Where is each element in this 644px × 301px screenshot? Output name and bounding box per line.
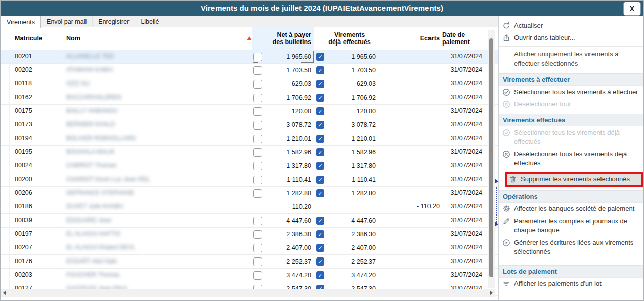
table-row[interactable]: 00195 BOUHALA MALIK 1 582.96 (1, 146, 498, 159)
virement-amount: 1 317.80 (324, 160, 385, 173)
table-row[interactable]: 00194 BOLIVER ROBSOLLARD 1 210.01 (1, 132, 498, 146)
select-all-transfers-action[interactable]: Sélectionner tous les virements à effect… (499, 86, 643, 98)
net-checkbox[interactable] (253, 244, 262, 252)
table-row[interactable]: 00201 ALLANELLE TED 1 965.60 (1, 50, 498, 64)
sidebar-divider (499, 46, 643, 47)
tab-virements[interactable]: Virements (1, 16, 41, 28)
virement-checkbox-checked[interactable] (316, 135, 324, 143)
ecart-cell (385, 173, 441, 186)
net-checkbox[interactable] (253, 121, 262, 130)
assign-payment-banks-action[interactable]: Affecter les banques société de paiement (499, 203, 643, 215)
vertical-scrollbar[interactable] (488, 30, 495, 288)
redacted-name: EL ALAOUI HAFTIS (66, 230, 120, 237)
configure-accounts-journals-action[interactable]: Paramétrer les comptes et journaux de ch… (499, 215, 643, 236)
net-checkbox[interactable] (253, 271, 262, 280)
virement-checkbox-checked[interactable] (316, 107, 324, 115)
sort-ascending-icon (246, 27, 252, 50)
open-in-spreadsheet-action[interactable]: Ouvrir dans tableur... (499, 32, 643, 44)
table-row[interactable]: 00206 DEFRANCE STEPHANE 1 282.80 (1, 187, 498, 200)
show-batch-payments-action[interactable]: Afficher les paiements d'un lot (499, 278, 643, 290)
col-header-matricule[interactable]: Matricule (10, 27, 66, 50)
net-checkbox[interactable] (253, 135, 262, 143)
col-header-ecarts[interactable]: Ecarts (385, 27, 441, 50)
table-row[interactable]: 00200 CHARIOT Kevin Luc Jean REL 1 110.4… (1, 173, 498, 187)
col-header-net-a-payer[interactable]: Net à payer des bulletins (252, 27, 314, 50)
virement-checkbox-checked[interactable] (316, 230, 324, 238)
ecart-cell (385, 255, 441, 268)
table-row[interactable]: 00173 BERNIER KHALD 3 078.72 (1, 118, 498, 132)
row-gutter-cell (1, 214, 10, 227)
close-button[interactable]: X (623, 2, 641, 16)
virement-checkbox-checked[interactable] (316, 148, 324, 156)
table-row[interactable]: 00176 ESSART Abd Habi 2 252.37 (1, 255, 498, 269)
net-checkbox[interactable] (253, 162, 262, 170)
net-checkbox[interactable] (253, 94, 262, 102)
deselect-all-done-transfers-action[interactable]: Désélectionner tous les virements déjà e… (499, 148, 643, 169)
net-a-payer-cell: 629.03 (252, 77, 314, 91)
horizontal-scrollbar[interactable] (1, 289, 495, 297)
net-checkbox[interactable] (253, 66, 262, 75)
net-checkbox[interactable] (253, 53, 262, 61)
table-row[interactable]: 00203 FOUCHER Thomas 3 474.20 (1, 269, 498, 282)
table-row[interactable]: 00186 DUVET Julie KHABU - 110.20 (1, 200, 498, 214)
delete-selected-transfers-action[interactable]: Supprimer les virements sélectionnés (505, 172, 643, 187)
net-checkbox[interactable] (253, 80, 262, 89)
redacted-name: BACCARIVALDREN (66, 94, 121, 101)
table-row[interactable]: 00039 EDOUARD Jean 4 447.60 (1, 214, 498, 228)
net-checkbox[interactable] (253, 257, 262, 266)
show-only-selected-action[interactable]: Afficher uniquement les virements à effe… (499, 48, 643, 69)
virement-checkbox-checked[interactable] (316, 162, 324, 170)
matricule-cell: 00202 (10, 64, 66, 77)
virement-checkbox-checked[interactable] (316, 244, 324, 252)
vertical-scrollbar-thumb[interactable] (489, 38, 493, 277)
net-checkbox[interactable] (253, 189, 262, 198)
table-row[interactable]: 00024 CABIROT Thomas 1 317.80 (1, 159, 498, 173)
generate-entries-action[interactable]: Générer les écritures liées aux virement… (499, 237, 643, 258)
virement-checkbox-checked[interactable] (316, 189, 324, 197)
net-amount: 2 407.00 (262, 242, 314, 254)
virement-checkbox-checked[interactable] (316, 121, 324, 129)
row-gutter-cell (1, 77, 10, 91)
tab-envoi-par-mail[interactable]: Envoi par mail (41, 16, 93, 27)
tab-libelle[interactable]: Libellé (135, 16, 165, 27)
nom-cell: CABIROT Thomas (66, 159, 246, 173)
tab-enregistrer[interactable]: Enregistrer (93, 16, 135, 27)
col-header-date-paiement[interactable]: Date de paiement (441, 27, 487, 50)
net-checkbox[interactable] (253, 230, 262, 239)
refresh-action[interactable]: Actualiser (499, 20, 643, 32)
window-title: Virements du mois de juillet 2024 (IUPAI… (201, 4, 443, 12)
table-row[interactable]: 00175 BAILLY HABANOU 120.00 (1, 105, 498, 118)
nom-cell: DUVET Julie KHABU (66, 200, 246, 213)
virement-checkbox-checked[interactable] (316, 176, 324, 184)
redacted-name: EL ALAOUI Khaled DEVL (66, 244, 135, 251)
row-gutter-cell (1, 132, 10, 145)
virement-checkbox-checked[interactable] (316, 66, 324, 74)
net-a-payer-cell: 2 386.30 (252, 228, 314, 241)
net-checkbox[interactable] (253, 107, 262, 116)
row-gutter-cell (1, 228, 10, 241)
col-header-nom[interactable]: Nom (66, 27, 246, 50)
tab-bar: Virements Envoi par mail Enregistrer Lib… (1, 16, 498, 27)
redacted-name: BERNIER KHALD (66, 121, 115, 128)
virement-checkbox-checked[interactable] (316, 271, 324, 279)
virement-checkbox-checked[interactable] (316, 217, 324, 225)
net-amount: 1 317.80 (262, 160, 314, 173)
net-checkbox[interactable] (253, 148, 262, 157)
virement-checkbox-checked[interactable] (316, 53, 324, 61)
table-row[interactable]: 00202 ATHMANI KABIU 1 703.50 (1, 64, 498, 77)
matricule-cell: 00118 (10, 77, 66, 91)
net-checkbox[interactable] (253, 176, 262, 184)
net-checkbox[interactable] (253, 217, 262, 225)
virement-checkbox-checked[interactable] (316, 257, 324, 266)
nom-cell: BAILLY HABANOU (66, 105, 246, 118)
virement-checkbox-checked[interactable] (316, 94, 324, 102)
table-row[interactable]: 00197 EL ALAOUI HAFTIS 2 386.30 (1, 228, 498, 241)
scroll-left-icon[interactable] (3, 290, 6, 295)
col-header-virements-effectues[interactable]: Virements déjà effectués (314, 27, 385, 50)
table-row[interactable]: 00207 EL ALAOUI Khaled DEVL 2 407.00 (1, 241, 498, 255)
virement-checkbox-checked[interactable] (316, 80, 324, 88)
scroll-right-icon[interactable] (490, 290, 493, 295)
virement-effectue-cell: 3 078.72 (314, 118, 385, 132)
table-row[interactable]: 00118 AZIZ ALI 629.03 629 (1, 77, 498, 91)
table-row[interactable]: 00162 BACCARIVALDREN 1 706.92 (1, 91, 498, 105)
